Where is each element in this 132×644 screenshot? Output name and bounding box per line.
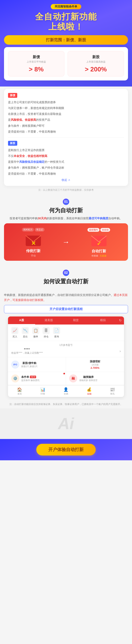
stats-row: 新债 上市首日平均收益 > 8% 新股 上市首日最高收益 > 200% — [8, 51, 124, 76]
nav-finance-label: 金融 — [87, 392, 91, 395]
sell-icon: 📉 — [22, 327, 29, 334]
query-action[interactable]: 📄 查询 — [53, 327, 60, 338]
app-features: IPO 新股/债申购 新股2只,新债1只 国债理财 14天期 2.705% ⚙️ — [8, 357, 124, 385]
info-xin-zhai-line5: 参与条件：拥有股票账户即可 — [8, 123, 124, 128]
range-banner: 打新范围：新债、新股 — [4, 35, 128, 45]
app-tab-a-stock[interactable]: A股 — [8, 316, 35, 324]
app-tabs: A股 港美股 期货 模拟 ↻ — [8, 316, 124, 324]
comp-right-tags: 提前预约 全自动 — [73, 228, 125, 232]
setup-desc: 申购新债、新股的前提必须开通股票账户，自动打新功能目前仅支持部分证券公司账户。通… — [4, 292, 128, 302]
cta-button[interactable]: 开户体验自动打新 — [36, 444, 96, 456]
comp-tag-prebook: 提前预约 — [87, 228, 100, 232]
position-action[interactable]: 🗄 持仓 — [43, 327, 50, 338]
comp-tag-forget: 常忘记 — [35, 228, 45, 232]
condition-title: 条件单 — [21, 375, 29, 379]
comp-manual-label: 手动 — [7, 254, 59, 258]
xin-gu-subtitle: 上市首日最高收益 — [71, 60, 121, 64]
comp-left-tags: 耗时耗力 常忘记 — [7, 228, 59, 232]
margin-feature[interactable]: 融 融资融券 借钱买多 借券卖空 — [66, 372, 124, 385]
nav-news-label: 资讯 — [110, 392, 115, 395]
bond-title: 国债理财 — [69, 360, 121, 363]
section1-title: 何为自动打新 — [4, 206, 128, 214]
news-icon: 📰 — [110, 387, 115, 392]
position-label: 持仓 — [44, 335, 49, 338]
nav-home-label: 首页 — [17, 392, 22, 395]
nav-finance[interactable]: 💰 金融 — [78, 386, 101, 397]
info-xin-gu-line2: 不仅本金安全，收益也相对较高 — [8, 154, 124, 158]
hero-title: 全自动打新功能 上线啦！ — [0, 12, 132, 32]
nav-trade-label: 交易 — [64, 392, 68, 395]
info-xin-gu-line5: 是否提前付款：不需要，中签后再缴纳 — [8, 171, 124, 176]
nav-home[interactable]: 🏠 首页 — [8, 386, 31, 397]
setup-flow-button[interactable]: 开户后设置自动打新流程 — [4, 305, 128, 313]
market-icon: 📊 — [40, 387, 45, 392]
info-xin-gu-line3: 是股市中风险较低且收益稳定的一种投资方式 — [8, 159, 124, 164]
bond-days: 14天期 — [69, 363, 121, 366]
cancel-action[interactable]: 📋 撤单 — [32, 327, 39, 338]
bottom-note: 注：自动打新功能目前仅支持前海证券、东吴证券、恒泰证券用户，已拥有其中一个账户的… — [0, 400, 132, 408]
section2-header: 02 如何设置自动打新 — [0, 265, 132, 289]
bond-feature[interactable]: 国债理财 14天期 2.705% — [66, 357, 124, 372]
xin-zhai-badge: 新债 — [8, 93, 17, 98]
info-xin-zhai-line1: 是上市公司发行的可转化成股票的债券 — [8, 100, 124, 105]
position-icon: 🗄 — [43, 327, 50, 334]
cancel-label: 撤单 — [33, 335, 38, 338]
section2-num: 02 — [63, 270, 69, 276]
comp-auto-label: 自动打新 — [73, 249, 125, 254]
info-section: 新债 是上市公司发行的可转化成股票的债券 与其它债券一样，新债也有规定的利率和期… — [4, 89, 128, 186]
profit-sub: 收益率****，路赢上证指数**** — [11, 351, 43, 355]
section1-desc: 投资者可提前预约申购30天内的新债和新股，系统在申购日按照最优可申购额度自动申购… — [4, 216, 128, 221]
margin-sub: 借钱买多 借券卖空 — [79, 379, 97, 382]
query-icon: 📄 — [53, 327, 60, 334]
cta-footer: 开户体验自动打新 — [0, 439, 132, 460]
app-mockup: A股 港美股 期货 模拟 ↻ 📈 买入 📉 卖出 📋 撤单 🗄 持仓 — [8, 316, 124, 397]
collapse-button[interactable]: 收起 ∧ — [8, 178, 124, 182]
app-actions: 📈 买入 📉 卖出 📋 撤单 🗄 持仓 📄 查询 — [8, 324, 124, 341]
note1: 注：以上数据为近三个月的平均收益数据，仅供参考 — [4, 188, 128, 192]
comp-auto: 提前预约 全自动 ✓ 自动打新 有遮漏 无遮漏 — [73, 227, 125, 257]
comparison-section: 耗时耗力 常忘记 ✕ 传统打新 手动 → 提前预约 全自动 — [0, 223, 132, 265]
app-tab-futures[interactable]: 期货 — [63, 316, 89, 324]
stat-card-xin-gu: 新股 上市首日最高收益 > 200% — [67, 51, 124, 76]
stat-card-xin-zhai: 新债 上市首日平均收益 > 8% — [8, 51, 65, 76]
auto-envelope: ✓ — [91, 234, 107, 247]
nav-news[interactable]: 📰 资讯 — [101, 386, 124, 397]
profit-arrow: › — [120, 349, 121, 353]
svg-text:✓: ✓ — [96, 240, 101, 247]
condition-feature[interactable]: ⚙️ 条件单 NEW 监控条件 触发委托 — [8, 372, 66, 385]
comp-tag-auto: 全自动 — [100, 228, 110, 232]
app-tab-hk-us[interactable]: 港美股 — [35, 316, 62, 324]
nav-trade[interactable]: 👤 交易 — [54, 386, 78, 397]
svg-text:✕: ✕ — [31, 240, 36, 246]
sell-action[interactable]: 📉 卖出 — [22, 327, 29, 338]
section1-num: 01 — [63, 198, 69, 205]
query-label: 查询 — [54, 335, 59, 338]
app-tab-simulated[interactable]: 模拟 — [89, 316, 117, 324]
nav-market[interactable]: 📊 行情 — [31, 386, 55, 397]
section2-title: 如何设置自动打新 — [4, 278, 128, 285]
info-xin-zhai-line6: 是否提前付款：不需要，中签后再缴纳 — [8, 129, 124, 134]
comp-traditional-label: 传统打新 — [7, 248, 59, 253]
profit-stars: **** — [11, 348, 43, 351]
bond-value: 2.705% — [69, 366, 121, 370]
xin-gu-badge: 新股 — [8, 141, 17, 146]
comp-traditional: 耗时耗力 常忘记 ✕ 传统打新 手动 — [7, 226, 59, 258]
comp-mode-labels: 有遮漏 无遮漏 — [73, 254, 125, 257]
ipo-sub: 新股2只,新债1只 — [21, 365, 38, 368]
buy-action[interactable]: 📈 买入 — [11, 327, 18, 338]
trade-icon: 👤 — [64, 387, 68, 392]
traditional-envelope: ✕ — [25, 234, 41, 246]
ipo-icon: IPO — [11, 360, 19, 368]
setup-section: 申购新债、新股的前提必须开通股票账户，自动打新功能目前仅支持部分证券公司账户。通… — [0, 289, 132, 400]
ipo-feature[interactable]: IPO 新股/债申购 新股2只,新债1只 — [8, 357, 66, 372]
home-icon: 🏠 — [17, 387, 22, 392]
info-xin-gu-line1: 是刚发行上市正常运作的股票 — [8, 148, 124, 153]
refresh-icon[interactable]: ↻ — [117, 316, 124, 324]
margin-title: 融资融券 — [79, 375, 97, 379]
xin-zhai-title: 新债 — [11, 54, 61, 59]
condition-sub: 监控条件 触发委托 — [21, 379, 40, 382]
info-xin-zhai-line3: 在新债上市后，投资者可直接卖出获取收益 — [8, 112, 124, 116]
section1-header: 01 何为自动打新 投资者可提前预约申购30天内的新债和新股，系统在申购日按照最… — [0, 194, 132, 223]
nav-market-label: 行情 — [41, 392, 45, 395]
ai-section: Ai — [0, 408, 132, 439]
